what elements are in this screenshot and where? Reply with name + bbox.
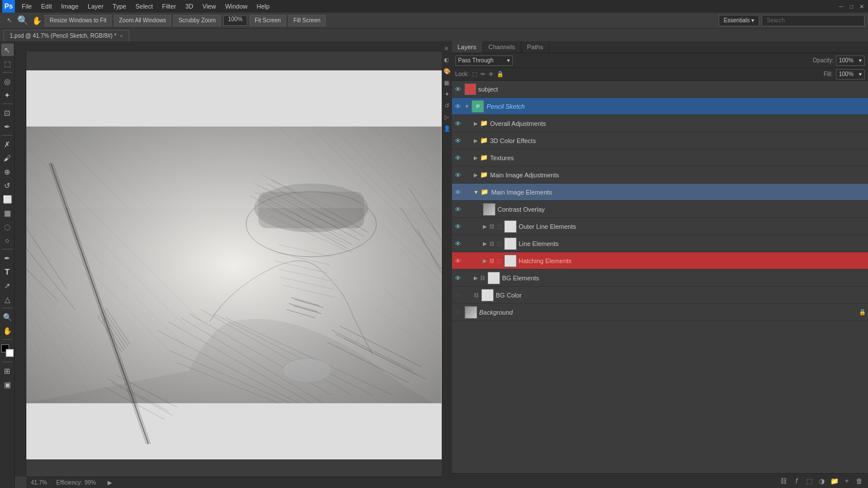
layer-item[interactable]: 👁 ▶ ⛓ BG Elements <box>452 269 869 287</box>
layer-visibility-toggle[interactable]: 👁 <box>454 137 462 145</box>
lock-transparent-icon[interactable]: ⬚ <box>472 71 477 77</box>
layer-item[interactable]: 👁 ▶ ⛓ ⬚ Outer Line Elements <box>452 218 869 235</box>
expand-arrow[interactable]: ▶ <box>474 172 478 178</box>
hand-tool-icon[interactable]: ✋ <box>31 15 42 26</box>
text-tool[interactable]: T <box>1 265 14 278</box>
brush-tool[interactable]: 🖌 <box>1 152 14 164</box>
layer-item[interactable]: 👁 Contrast Overlay <box>452 201 869 218</box>
clone-stamp-tool[interactable]: ⊕ <box>1 165 14 178</box>
expand-arrow[interactable]: ▶ <box>474 275 478 281</box>
crop-tool[interactable]: ⊡ <box>1 106 14 119</box>
spot-healing-tool[interactable]: ✗ <box>1 138 14 150</box>
essentials-dropdown[interactable]: Essentials ▾ <box>719 15 759 26</box>
lock-position-icon[interactable]: ✛ <box>489 71 493 77</box>
layer-adjustment-button[interactable]: ◑ <box>817 476 827 486</box>
screen-mode-tool[interactable]: ▣ <box>1 378 14 391</box>
expand-arrow[interactable]: ▶ <box>474 155 478 161</box>
pen-tool[interactable]: ✒ <box>1 252 14 264</box>
menu-3d[interactable]: 3D <box>181 2 198 11</box>
maximize-button[interactable]: □ <box>847 2 855 10</box>
expand-arrow[interactable]: ▶ <box>483 224 487 229</box>
background-color[interactable] <box>6 349 14 357</box>
menu-file[interactable]: File <box>17 2 37 11</box>
history-icon[interactable]: ↺ <box>442 101 451 110</box>
layer-item[interactable]: 👁 ▶ 📁 3D Color Effects <box>452 132 869 149</box>
layer-visibility-toggle[interactable]: 👁 <box>454 85 462 93</box>
layer-item[interactable]: 👁 ▶ 📁 Main Image Adjustments <box>452 166 869 184</box>
layer-item[interactable]: 👁 ▶ ⛓ ⬚ Line Elements <box>452 235 869 252</box>
layer-visibility-toggle[interactable]: 👁 <box>454 154 462 162</box>
layer-item[interactable]: 👁 ▶ 📁 Textures <box>452 149 869 166</box>
move-tool-icon[interactable]: ↖ <box>3 15 15 26</box>
resize-windows-button[interactable]: Resize Windows to Fit <box>45 15 112 26</box>
path-selection-tool[interactable]: ↗ <box>1 279 14 292</box>
menu-layer[interactable]: Layer <box>83 2 108 11</box>
eraser-tool[interactable]: ⬜ <box>1 193 14 205</box>
expand-arrow[interactable]: ▼ <box>474 189 479 195</box>
expand-arrow[interactable]: ▶ <box>483 241 487 247</box>
expand-arrow[interactable]: ▼ <box>465 104 470 109</box>
layer-item[interactable]: 👁 Background 🔒 <box>452 304 869 321</box>
canvas-content[interactable] <box>26 53 442 477</box>
gradient-tool[interactable]: ▦ <box>1 207 14 219</box>
layer-visibility-toggle[interactable]: 👁 <box>454 257 462 265</box>
layer-folder-button[interactable]: 📁 <box>829 476 839 486</box>
quick-mask-tool[interactable]: ⊞ <box>1 364 14 377</box>
swatches-icon[interactable]: ▦ <box>442 78 451 87</box>
dodge-tool[interactable]: ○ <box>1 234 14 247</box>
quick-selection-tool[interactable]: ✦ <box>1 89 14 101</box>
tab-paths[interactable]: Paths <box>521 41 549 53</box>
lock-pixels-icon[interactable]: ✏ <box>481 71 485 77</box>
document-tab[interactable]: 1.psd @ 41.7% (Pencil Sketch, RGB/8#) * … <box>3 30 129 41</box>
color-icon[interactable]: 🎨 <box>442 66 451 76</box>
fit-screen-button[interactable]: Fit Screen <box>249 15 286 26</box>
menu-filter[interactable]: Filter <box>157 2 180 11</box>
menu-edit[interactable]: Edit <box>37 2 57 11</box>
zoom-tool[interactable]: 🔍 <box>1 311 14 323</box>
lasso-tool[interactable]: ◎ <box>1 75 14 88</box>
zoom-tool-icon[interactable]: 🔍 <box>17 15 29 26</box>
hand-tool[interactable]: ✋ <box>1 324 14 337</box>
expand-arrow[interactable]: ▶ <box>483 258 487 264</box>
tab-close-button[interactable]: × <box>120 33 122 39</box>
canvas-image[interactable] <box>26 70 442 459</box>
forward-arrow-button[interactable]: ▶ <box>105 478 114 487</box>
layer-mask-button[interactable]: ⬚ <box>804 476 814 486</box>
minimize-button[interactable]: ─ <box>837 2 845 10</box>
layer-visibility-toggle[interactable]: 👁 <box>454 291 462 299</box>
opacity-input[interactable]: 100% ▾ <box>836 55 865 66</box>
close-button[interactable]: ✕ <box>858 2 866 10</box>
zoom-input[interactable]: 100% <box>223 15 247 26</box>
layer-visibility-toggle[interactable]: 👁 <box>454 205 462 213</box>
people-icon[interactable]: 👤 <box>442 124 451 133</box>
layer-visibility-toggle[interactable]: 👁 <box>454 223 462 231</box>
blend-mode-dropdown[interactable]: Pass Through ▾ <box>455 55 513 66</box>
blur-tool[interactable]: ◌ <box>1 220 14 233</box>
menu-window[interactable]: Window <box>220 2 252 11</box>
layer-visibility-toggle[interactable]: 👁 <box>454 240 462 248</box>
layer-item[interactable]: 👁 ⛓ BG Color <box>452 287 869 304</box>
zoom-all-windows-button[interactable]: Zoom All Windows <box>114 15 171 26</box>
layer-visibility-toggle[interactable]: 👁 <box>454 188 462 196</box>
search-box[interactable]: Search <box>762 15 865 26</box>
layer-new-button[interactable]: + <box>842 476 852 486</box>
layer-item[interactable]: 👁 ▶ 📁 Overall Adjustments <box>452 115 869 132</box>
history-brush-tool[interactable]: ↺ <box>1 179 14 192</box>
layer-delete-button[interactable]: 🗑 <box>854 476 865 486</box>
tab-channels[interactable]: Channels <box>483 41 521 53</box>
layer-link-button[interactable]: ⛓ <box>779 476 789 486</box>
layers-icon[interactable]: ≡ <box>442 43 451 53</box>
layer-item[interactable]: 👁 ▼ P Pencil Sketch <box>452 98 869 115</box>
menu-type[interactable]: Type <box>108 2 131 11</box>
shape-tool[interactable]: △ <box>1 293 14 306</box>
lock-all-icon[interactable]: 🔒 <box>497 71 504 77</box>
layer-item[interactable]: 👁 subject <box>452 81 869 98</box>
layer-visibility-toggle[interactable]: 👁 <box>454 171 462 179</box>
move-tool[interactable]: ↖ <box>1 43 14 56</box>
layer-visibility-toggle[interactable]: 👁 <box>454 308 462 316</box>
fill-input[interactable]: 100% ▾ <box>836 69 865 80</box>
fill-screen-button[interactable]: Fill Screen <box>288 15 326 26</box>
rectangular-marquee-tool[interactable]: ⬚ <box>1 57 14 70</box>
expand-arrow[interactable]: ▶ <box>474 121 478 126</box>
layers-list[interactable]: 👁 subject 👁 ▼ P Pencil Sketch <box>452 81 869 473</box>
